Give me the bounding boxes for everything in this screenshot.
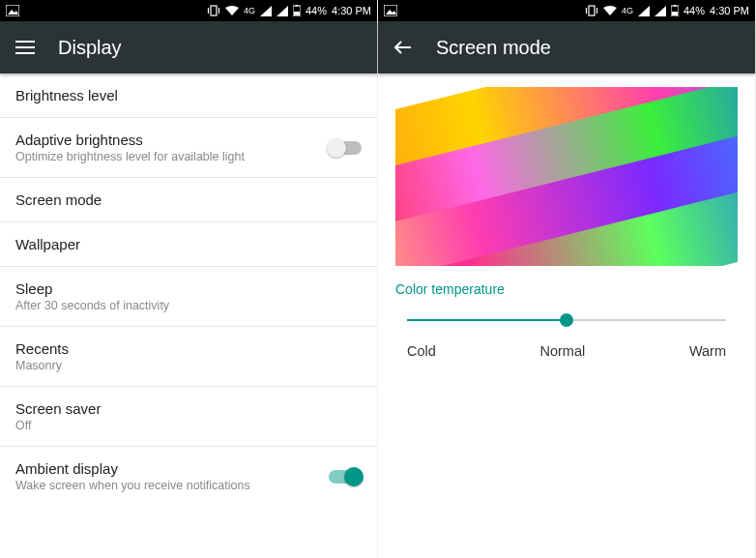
svg-rect-9: [294, 12, 300, 15]
wifi-icon: [225, 6, 239, 16]
svg-rect-2: [211, 6, 217, 15]
back-icon[interactable]: [393, 40, 413, 55]
appbar-display: Display: [0, 21, 377, 73]
battery-pct: 44%: [305, 5, 327, 16]
status-bar: 4G 44% 4:30 PM: [0, 0, 377, 21]
item-subtext: Wake screen when you receive notificatio…: [15, 479, 329, 492]
toggle-adaptive-brightness[interactable]: [329, 141, 362, 155]
page-title: Screen mode: [436, 37, 551, 59]
appbar-screen-mode: Screen mode: [378, 21, 755, 73]
item-recents[interactable]: Recents Masonry: [0, 327, 377, 387]
signal-icon: [260, 6, 272, 16]
battery-icon: [671, 5, 679, 16]
svg-marker-19: [654, 6, 666, 16]
svg-rect-21: [674, 5, 677, 7]
status-bar: 4G 44% 4:30 PM: [378, 0, 755, 21]
item-brightness-level[interactable]: Brightness level: [0, 73, 377, 118]
item-label: Sleep: [15, 280, 362, 297]
wifi-icon: [603, 6, 617, 16]
slider-color-temperature[interactable]: [407, 310, 726, 330]
signal-icon-2: [276, 6, 288, 16]
battery-icon: [293, 5, 301, 16]
item-sleep[interactable]: Sleep After 30 seconds of inactivity: [0, 267, 377, 327]
item-label: Brightness level: [15, 87, 362, 103]
slider-thumb[interactable]: [560, 313, 573, 327]
item-adaptive-brightness[interactable]: Adaptive brightness Optimize brightness …: [0, 118, 377, 178]
item-subtext: After 30 seconds of inactivity: [15, 299, 362, 312]
item-label: Screen saver: [15, 400, 362, 417]
picture-icon: [384, 5, 397, 16]
svg-marker-18: [638, 6, 650, 16]
svg-marker-1: [8, 10, 18, 15]
svg-marker-5: [260, 6, 272, 16]
svg-rect-22: [672, 12, 678, 15]
item-subtext: Optimize brightness level for available …: [15, 150, 329, 163]
settings-list: Brightness level Adaptive brightness Opt…: [0, 73, 377, 506]
section-color-temperature: Color temperature: [378, 272, 755, 301]
item-subtext: Masonry: [15, 359, 362, 372]
slider-labels: Cold Normal Warm: [378, 336, 755, 359]
battery-pct: 44%: [683, 5, 705, 16]
slider-max-label: Warm: [689, 343, 726, 359]
phone-screen-mode: 4G 44% 4:30 PM Screen mode Color te: [378, 0, 756, 558]
toggle-ambient-display[interactable]: [329, 470, 362, 484]
page-title: Display: [58, 37, 122, 59]
vibrate-icon: [207, 5, 220, 16]
phone-display-settings: 4G 44% 4:30 PM Display Brightness level …: [0, 0, 378, 558]
item-screen-mode[interactable]: Screen mode: [0, 178, 377, 222]
item-label: Ambient display: [15, 460, 329, 477]
slider-mid-label: Normal: [539, 343, 585, 359]
clock: 4:30 PM: [710, 5, 749, 16]
vibrate-icon: [585, 5, 598, 16]
clock: 4:30 PM: [332, 5, 371, 16]
signal-icon-2: [654, 6, 666, 16]
item-subtext: Off: [15, 419, 362, 432]
picture-icon: [6, 5, 19, 16]
signal-icon: [638, 6, 650, 16]
item-wallpaper[interactable]: Wallpaper: [0, 222, 377, 267]
svg-marker-6: [276, 6, 288, 16]
item-label: Screen mode: [15, 191, 362, 208]
item-ambient-display[interactable]: Ambient display Wake screen when you rec…: [0, 447, 377, 506]
slider-min-label: Cold: [407, 343, 436, 359]
network-label: 4G: [622, 6, 633, 15]
item-label: Wallpaper: [15, 236, 362, 252]
item-screen-saver[interactable]: Screen saver Off: [0, 387, 377, 447]
svg-marker-14: [386, 10, 396, 15]
item-label: Adaptive brightness: [15, 132, 329, 148]
menu-icon[interactable]: [15, 40, 35, 55]
slider-fill: [407, 319, 567, 321]
svg-rect-8: [296, 5, 299, 7]
svg-rect-15: [589, 6, 595, 15]
network-label: 4G: [244, 6, 255, 15]
color-preview: [378, 73, 755, 272]
item-label: Recents: [15, 340, 362, 357]
